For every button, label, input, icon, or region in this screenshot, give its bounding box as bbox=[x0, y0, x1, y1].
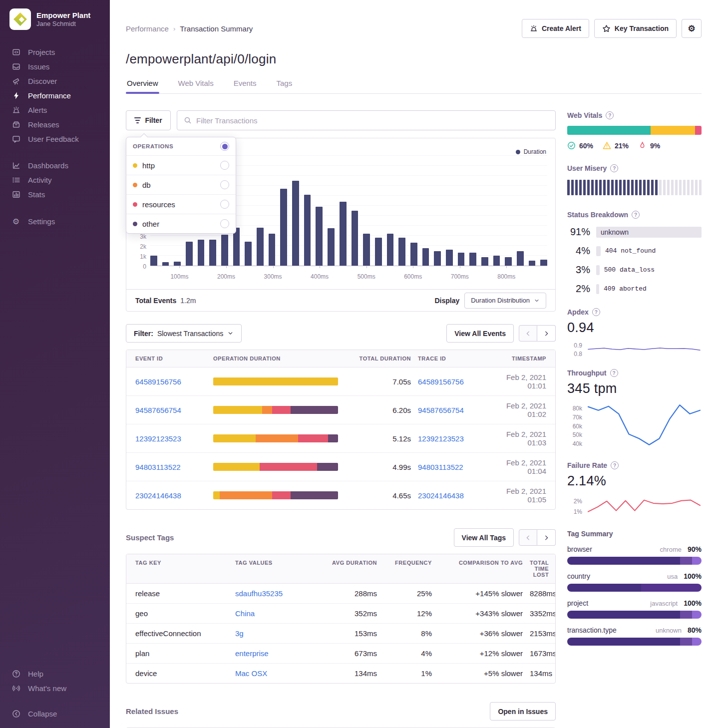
http-radio[interactable] bbox=[220, 161, 229, 170]
search-input[interactable] bbox=[196, 116, 549, 125]
event-id-link[interactable]: 12392123523 bbox=[135, 434, 206, 443]
tag-summary-bar[interactable] bbox=[567, 638, 702, 646]
event-id-link[interactable]: 94587656754 bbox=[135, 406, 206, 414]
tag-summary-percent: 90% bbox=[688, 545, 702, 553]
help-question-icon[interactable]: ? bbox=[606, 111, 614, 119]
activity-icon bbox=[11, 176, 20, 184]
trace-id-link[interactable]: 12392123523 bbox=[418, 434, 493, 443]
tag-bar-segment bbox=[680, 611, 692, 619]
trace-id-link[interactable]: 94587656754 bbox=[418, 406, 493, 414]
tag-value-link[interactable]: China bbox=[235, 609, 319, 618]
org-switcher[interactable]: Empower Plant Jane Schmidt bbox=[0, 0, 110, 30]
tag-summary-bar[interactable] bbox=[567, 611, 702, 619]
x-axis-tick: 800ms bbox=[497, 273, 515, 280]
operations-header-row[interactable]: OPERATIONS bbox=[126, 137, 236, 156]
tag-value-link[interactable]: sdaufhu35235 bbox=[235, 589, 319, 598]
trace-id-link[interactable]: 94803113522 bbox=[418, 463, 493, 471]
create-alert-button[interactable]: Create Alert bbox=[522, 19, 589, 38]
event-id-link[interactable]: 23024146438 bbox=[135, 491, 206, 500]
apdex-sparkline: 0.90.8 bbox=[567, 341, 702, 358]
pager-next-button[interactable] bbox=[537, 325, 556, 342]
operation-option-other[interactable]: other bbox=[126, 214, 236, 233]
operation-duration-bar bbox=[213, 463, 338, 471]
sidebar-item-dashboards[interactable]: Dashboards bbox=[0, 158, 110, 173]
column-header: TIMESTAMP bbox=[500, 356, 546, 362]
view-all-events-button[interactable]: View All Events bbox=[446, 324, 514, 343]
tag-bar-segment bbox=[692, 611, 702, 619]
sidebar-item-user-feedback[interactable]: User Feedback bbox=[0, 132, 110, 146]
other-radio[interactable] bbox=[220, 219, 229, 228]
event-id-link[interactable]: 64589156756 bbox=[135, 377, 206, 386]
tag-bar-segment bbox=[692, 638, 702, 646]
slowest-transactions-select[interactable]: Filter: Slowest Transactions bbox=[126, 324, 242, 343]
sidebar-item-what-s-new[interactable]: What's new bbox=[0, 681, 110, 696]
status-percent: 2% bbox=[567, 283, 590, 295]
sidebar-item-alerts[interactable]: Alerts bbox=[0, 103, 110, 117]
sidebar-item-issues[interactable]: Issues bbox=[0, 59, 110, 74]
key-transaction-button[interactable]: Key Transaction bbox=[594, 19, 677, 38]
pager-next-button[interactable] bbox=[537, 529, 556, 546]
chevron-down-icon bbox=[227, 330, 234, 337]
histogram-bar bbox=[280, 189, 287, 266]
operation-option-resources[interactable]: resources bbox=[126, 195, 236, 214]
tag-summary-bar[interactable] bbox=[567, 584, 702, 592]
pager-prev-button[interactable] bbox=[519, 325, 537, 342]
misery-segment bbox=[611, 180, 614, 195]
db-radio[interactable] bbox=[220, 180, 229, 189]
help-question-icon[interactable]: ? bbox=[611, 461, 619, 469]
tag-value-link[interactable]: enterprise bbox=[235, 649, 319, 658]
sidebar-item-performance[interactable]: Performance bbox=[0, 88, 110, 103]
filter-button[interactable]: Filter bbox=[126, 110, 171, 130]
y-axis-tick: 1k bbox=[130, 253, 146, 260]
comparison-to-avg: +343% slower bbox=[439, 609, 523, 618]
op-segment-other bbox=[291, 491, 338, 499]
help-question-icon[interactable]: ? bbox=[610, 164, 618, 172]
operation-option-http[interactable]: http bbox=[126, 156, 236, 175]
sidebar-item-releases[interactable]: Releases bbox=[0, 117, 110, 132]
status-row: 2% 409 aborted bbox=[567, 283, 702, 295]
throughput-value: 345 tpm bbox=[567, 381, 702, 396]
app-sidebar: Empower Plant Jane Schmidt ProjectsIssue… bbox=[0, 0, 110, 728]
histogram-bar bbox=[529, 261, 536, 266]
trace-id-link[interactable]: 64589156756 bbox=[418, 377, 493, 386]
view-all-tags-button[interactable]: View All Tags bbox=[454, 528, 514, 547]
tab-tags[interactable]: Tags bbox=[276, 79, 294, 93]
tag-summary-section: Tag Summary browser chrome 90% country u… bbox=[567, 530, 702, 646]
web-vitals-section: Web Vitals? 60%21%9% bbox=[567, 111, 702, 150]
tag-summary-bar[interactable] bbox=[567, 557, 702, 565]
tab-web-vitals[interactable]: Web Vitals bbox=[177, 79, 215, 93]
sidebar-item-discover[interactable]: Discover bbox=[0, 74, 110, 88]
resources-radio[interactable] bbox=[220, 200, 229, 209]
operations-radio-selected[interactable] bbox=[220, 142, 229, 151]
search-box[interactable] bbox=[177, 110, 556, 130]
misery-segment bbox=[619, 180, 622, 195]
help-question-icon[interactable]: ? bbox=[610, 369, 618, 377]
open-in-issues-button[interactable]: Open in Issues bbox=[490, 702, 556, 721]
sidebar-item-help[interactable]: Help bbox=[0, 667, 110, 681]
y-axis-tick: 40k bbox=[567, 440, 582, 447]
sidebar-item-stats[interactable]: Stats bbox=[0, 187, 110, 202]
settings-gear-button[interactable]: ⚙ bbox=[682, 19, 702, 38]
sidebar-item-settings[interactable]: ⚙Settings bbox=[0, 214, 110, 229]
operation-option-db[interactable]: db bbox=[126, 175, 236, 195]
sidebar-item-collapse[interactable]: Collapse bbox=[0, 707, 110, 721]
tab-overview[interactable]: Overview bbox=[126, 79, 159, 93]
tag-value-link[interactable]: 3g bbox=[235, 629, 319, 638]
suspect-tags-title: Suspect Tags bbox=[126, 533, 174, 542]
misery-segment bbox=[627, 180, 630, 195]
tab-events[interactable]: Events bbox=[233, 79, 258, 93]
event-id-link[interactable]: 94803113522 bbox=[135, 463, 206, 471]
tag-value-link[interactable]: Mac OSX bbox=[235, 669, 319, 678]
y-axis-tick: 2% bbox=[567, 498, 582, 505]
help-question-icon[interactable]: ? bbox=[592, 308, 600, 316]
breadcrumb-performance[interactable]: Performance bbox=[126, 24, 169, 33]
sidebar-item-activity[interactable]: Activity bbox=[0, 173, 110, 187]
help-question-icon[interactable]: ? bbox=[632, 211, 640, 219]
histogram-bar bbox=[458, 253, 465, 266]
total-time-lost: 3352ms bbox=[530, 609, 556, 618]
frequency: 25% bbox=[384, 589, 432, 598]
pager-prev-button[interactable] bbox=[519, 529, 537, 546]
display-select[interactable]: Duration Distribution bbox=[464, 293, 546, 309]
trace-id-link[interactable]: 23024146438 bbox=[418, 491, 493, 500]
sidebar-item-projects[interactable]: Projects bbox=[0, 45, 110, 59]
